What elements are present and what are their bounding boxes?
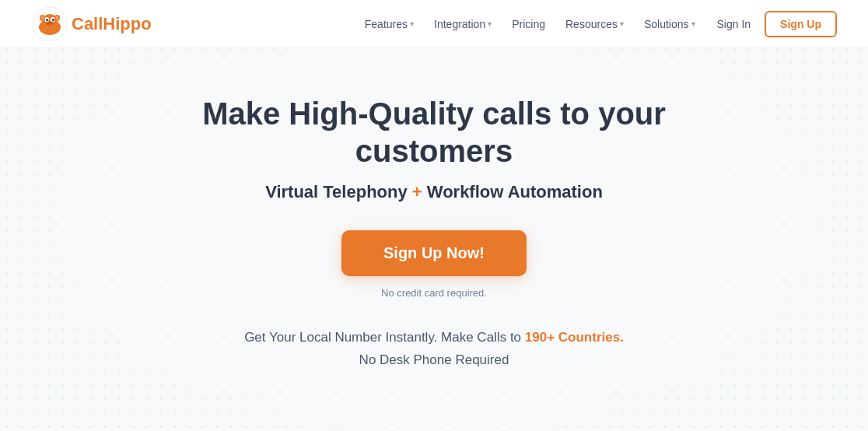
hero-section: Make High-Quality calls to your customer… <box>0 48 868 372</box>
nav-pricing[interactable]: Pricing <box>504 13 553 35</box>
hero-title: Make High-Quality calls to your customer… <box>123 95 745 170</box>
nav-solutions[interactable]: Solutions ▾ <box>636 13 703 35</box>
signup-now-button[interactable]: Sign Up Now! <box>341 230 527 276</box>
chevron-down-icon: ▾ <box>488 19 492 28</box>
no-credit-card-text: No credit card required. <box>381 287 487 299</box>
main-nav: Features ▾ Integration ▾ Pricing Resourc… <box>357 11 837 37</box>
logo-text: CallHippo <box>72 14 152 34</box>
svg-point-12 <box>47 23 49 24</box>
nav-features[interactable]: Features ▾ <box>357 13 422 35</box>
logo[interactable]: CallHippo <box>31 5 152 43</box>
svg-point-5 <box>46 19 48 21</box>
svg-point-8 <box>41 16 44 19</box>
hero-subtitle: Virtual Telephony + Workflow Automation <box>265 182 603 202</box>
svg-point-6 <box>52 19 54 21</box>
chevron-down-icon: ▾ <box>620 19 624 28</box>
svg-point-11 <box>46 21 54 26</box>
nav-integration[interactable]: Integration ▾ <box>426 13 499 35</box>
nav-resources[interactable]: Resources ▾ <box>558 13 632 35</box>
header: CallHippo Features ▾ Integration ▾ Prici… <box>0 0 868 48</box>
logo-icon <box>31 5 68 43</box>
chevron-down-icon: ▾ <box>410 19 414 28</box>
chevron-down-icon: ▾ <box>691 19 695 28</box>
svg-point-13 <box>51 23 52 24</box>
svg-point-10 <box>56 16 59 19</box>
nav-signin[interactable]: Sign In <box>708 13 761 35</box>
hero-bottom-text: Get Your Local Number Instantly. Make Ca… <box>244 327 624 372</box>
nav-signup-button[interactable]: Sign Up <box>765 11 837 37</box>
